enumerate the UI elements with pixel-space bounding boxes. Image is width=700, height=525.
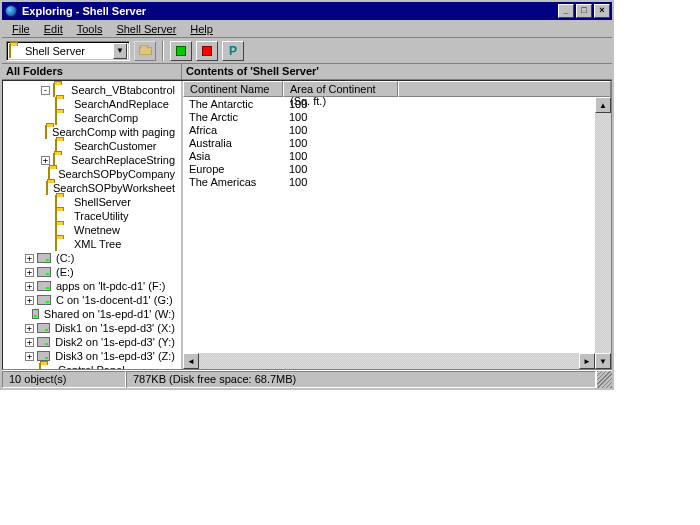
drive-icon <box>37 323 50 333</box>
tree-item[interactable]: SearchComp with paging <box>3 125 181 139</box>
toolbar: Shell Server ▼ P <box>2 38 612 64</box>
list-row[interactable]: Asia100 <box>183 149 595 162</box>
address-combo[interactable]: Shell Server ▼ <box>6 41 130 61</box>
scroll-down-icon[interactable]: ▼ <box>595 353 611 369</box>
drive-icon <box>37 253 51 263</box>
tree-item[interactable]: TraceUtility <box>3 209 181 223</box>
expand-icon[interactable]: - <box>41 86 50 95</box>
expand-icon[interactable]: + <box>25 352 34 361</box>
drive-icon <box>37 295 51 305</box>
horizontal-scrollbar[interactable]: ◄ ► <box>183 353 595 369</box>
cell-area: 100 <box>283 137 398 149</box>
drive-icon <box>37 351 51 361</box>
tree-item[interactable]: +Disk2 on '1s-epd-d3' (Y:) <box>3 335 181 349</box>
stop-button[interactable] <box>196 41 218 61</box>
tree-item[interactable]: SearchAndReplace <box>3 97 181 111</box>
tree-item[interactable]: +(C:) <box>3 251 181 265</box>
scroll-up-icon[interactable]: ▲ <box>595 97 611 113</box>
tree-item[interactable]: Wnetnew <box>3 223 181 237</box>
tree-label: Control Panel <box>56 364 127 369</box>
tree-item[interactable]: +SearchReplaceString <box>3 153 181 167</box>
column-continent-name[interactable]: Continent Name <box>183 81 283 97</box>
menu-help[interactable]: Help <box>184 22 219 36</box>
expand-icon[interactable]: + <box>41 156 50 165</box>
tree-item[interactable]: SearchSOPbyWorksheet <box>3 181 181 195</box>
menu-shell-server[interactable]: Shell Server <box>110 22 182 36</box>
tree-label: XML Tree <box>72 238 123 250</box>
address-dropdown-icon[interactable]: ▼ <box>113 43 127 59</box>
expand-icon[interactable]: + <box>25 324 34 333</box>
list-body[interactable]: The Antarctic100The Arctic100Africa100Au… <box>183 97 595 353</box>
cell-name: Asia <box>183 150 283 162</box>
tree-item[interactable]: SearchCustomer <box>3 139 181 153</box>
cell-area: 100 <box>283 124 398 136</box>
maximize-button[interactable]: □ <box>576 4 592 18</box>
tree-item[interactable]: +Disk1 on '1s-epd-d3' (X:) <box>3 321 181 335</box>
list-row[interactable]: The Americas100 <box>183 175 595 188</box>
tree-item[interactable]: +Disk3 on '1s-epd-d3' (Z:) <box>3 349 181 363</box>
window-title: Exploring - Shell Server <box>22 5 556 17</box>
list-row[interactable]: Australia100 <box>183 136 595 149</box>
tree-item[interactable]: SearchSOPbyCompany <box>3 167 181 181</box>
tree-label: SearchAndReplace <box>72 98 171 110</box>
tree-item[interactable]: XML Tree <box>3 237 181 251</box>
list-row[interactable]: Europe100 <box>183 162 595 175</box>
menu-edit[interactable]: Edit <box>38 22 69 36</box>
tree-label: Wnetnew <box>72 224 122 236</box>
status-disk-space: 787KB (Disk free space: 68.7MB) <box>126 371 596 388</box>
scroll-v-track[interactable] <box>595 113 611 353</box>
expand-icon[interactable]: + <box>25 254 34 263</box>
tree-item[interactable]: Control Panel <box>3 363 181 369</box>
vertical-scrollbar[interactable]: ▲ ▼ <box>595 97 611 369</box>
drive-icon <box>37 281 51 291</box>
tree-item[interactable]: -Search_VBtabcontrol <box>3 83 181 97</box>
properties-button[interactable]: P <box>222 41 244 61</box>
list-row[interactable]: The Antarctic100 <box>183 97 595 110</box>
tree-item[interactable]: SearchComp <box>3 111 181 125</box>
menu-tools[interactable]: Tools <box>71 22 109 36</box>
close-button[interactable]: × <box>594 4 610 18</box>
titlebar[interactable]: Exploring - Shell Server _ □ × <box>2 2 612 20</box>
status-object-count: 10 object(s) <box>2 371 126 388</box>
scroll-right-icon[interactable]: ► <box>579 353 595 369</box>
tree-label: Disk3 on '1s-epd-d3' (Z:) <box>53 350 177 362</box>
properties-icon: P <box>229 44 237 58</box>
folder-icon <box>55 112 69 124</box>
tree-label: apps on 'lt-pdc-d1' (F:) <box>54 280 167 292</box>
tree-item[interactable]: +C on '1s-docent-d1' (G:) <box>3 293 181 307</box>
cell-area: 100 <box>283 163 398 175</box>
scroll-left-icon[interactable]: ◄ <box>183 353 199 369</box>
expand-icon[interactable]: + <box>25 282 34 291</box>
cell-name: Australia <box>183 137 283 149</box>
cell-name: The Arctic <box>183 111 283 123</box>
expand-icon[interactable]: + <box>25 268 34 277</box>
up-button[interactable] <box>134 41 156 61</box>
list-row[interactable]: The Arctic100 <box>183 110 595 123</box>
go-icon <box>176 46 186 56</box>
expand-icon[interactable]: + <box>25 296 34 305</box>
tree-item[interactable]: +(E:) <box>3 265 181 279</box>
stop-icon <box>202 46 212 56</box>
list-row[interactable]: Africa100 <box>183 123 595 136</box>
column-spacer <box>398 81 611 97</box>
tree-label: Shared on '1s-epd-d1' (W:) <box>42 308 177 320</box>
scroll-h-track[interactable] <box>199 353 579 369</box>
menu-file[interactable]: File <box>6 22 36 36</box>
go-button[interactable] <box>170 41 192 61</box>
resize-grip-icon[interactable] <box>596 371 612 388</box>
tree-label: (E:) <box>54 266 76 278</box>
folder-icon <box>46 182 48 194</box>
column-area[interactable]: Area of Continent (Sq. ft.) <box>283 81 398 97</box>
tree-label: SearchReplaceString <box>69 154 177 166</box>
minimize-button[interactable]: _ <box>558 4 574 18</box>
folder-tree[interactable]: -Search_VBtabcontrolSearchAndReplaceSear… <box>3 81 183 369</box>
tree-item[interactable]: ShellServer <box>3 195 181 209</box>
tree-label: C on '1s-docent-d1' (G:) <box>54 294 175 306</box>
list-header: Continent Name Area of Continent (Sq. ft… <box>183 81 611 97</box>
body: -Search_VBtabcontrolSearchAndReplaceSear… <box>2 80 612 370</box>
tree-item[interactable]: Shared on '1s-epd-d1' (W:) <box>3 307 181 321</box>
app-icon <box>4 4 18 18</box>
tree-item[interactable]: +apps on 'lt-pdc-d1' (F:) <box>3 279 181 293</box>
expand-icon[interactable]: + <box>25 338 34 347</box>
address-text: Shell Server <box>25 45 85 57</box>
